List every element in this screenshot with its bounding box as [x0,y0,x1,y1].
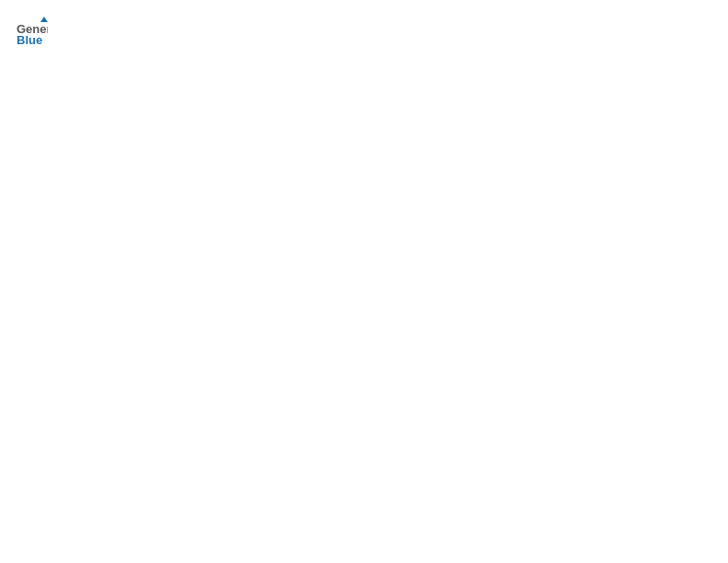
svg-marker-2 [40,17,48,22]
logo: General Blue [15,15,51,48]
logo-icon: General Blue [15,15,48,48]
page-header: General Blue [15,15,713,48]
svg-text:Blue: Blue [17,33,42,47]
